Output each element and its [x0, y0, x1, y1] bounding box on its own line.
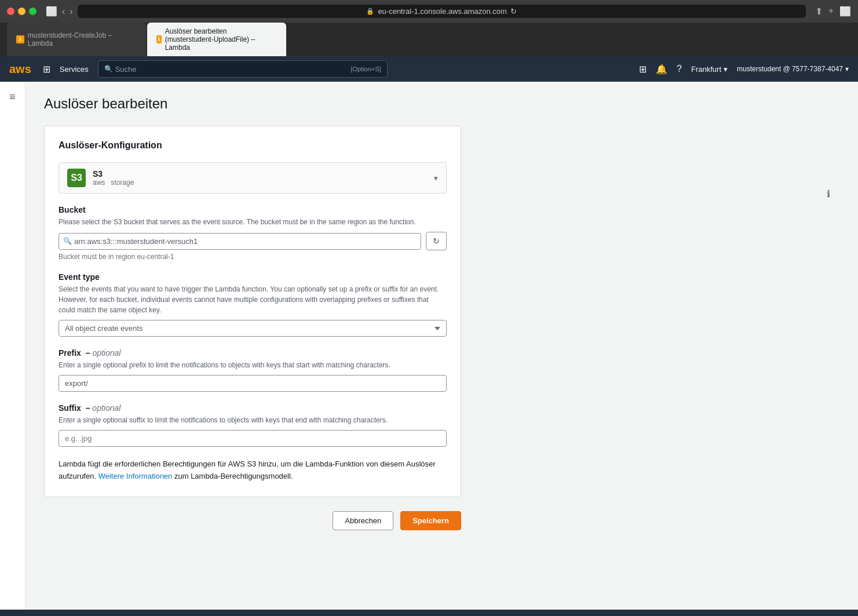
- tab-create-job[interactable]: λ musterstudent-CreateJob – Lambda: [7, 23, 146, 56]
- address-bar[interactable]: 🔒 eu-central-1.console.aws.amazon.com ↻: [78, 5, 806, 18]
- suffix-input[interactable]: [59, 430, 447, 447]
- aws-nav: aws ⊞ Services 🔍 [Option+S] ⊞ 🔔 ? Frankf…: [0, 56, 858, 82]
- share-icon[interactable]: ⬆: [815, 6, 823, 17]
- tab-favicon-1: λ: [16, 35, 24, 43]
- bucket-label: Bucket: [59, 205, 447, 214]
- tab-favicon-2: λ: [156, 35, 162, 43]
- config-card: Auslöser-Konfiguration S3 S3 aws storage…: [44, 126, 461, 497]
- search-input[interactable]: [115, 65, 351, 74]
- nav-region[interactable]: Frankfurt ▾: [691, 65, 728, 74]
- account-label: musterstudent @ 7577-7387-4047: [737, 65, 843, 73]
- new-tab-icon[interactable]: +: [828, 6, 834, 17]
- account-chevron-icon: ▾: [845, 65, 849, 73]
- save-button[interactable]: Speichern: [400, 511, 461, 530]
- prefix-label: Prefix – optional: [59, 348, 447, 358]
- suffix-optional: optional: [92, 403, 121, 413]
- prefix-optional: optional: [92, 348, 121, 358]
- info-text-suffix: zum Lambda-Berechtigungsmodell.: [174, 472, 293, 480]
- nav-services[interactable]: Services: [60, 65, 89, 74]
- browser-actions: ⬆ + ⬜: [815, 6, 851, 17]
- services-label: Services: [60, 65, 89, 74]
- prefix-input[interactable]: [59, 375, 447, 392]
- info-link[interactable]: Weitere Informationen: [98, 472, 173, 480]
- cancel-button[interactable]: Abbrechen: [333, 511, 393, 530]
- nav-search-bar[interactable]: 🔍 [Option+S]: [98, 60, 388, 78]
- maximize-button[interactable]: [29, 8, 36, 15]
- prefix-field-group: Prefix – optional Enter a single optiona…: [59, 348, 447, 392]
- event-type-label: Event type: [59, 272, 447, 282]
- service-tags: aws storage: [93, 178, 134, 187]
- region-label: Frankfurt: [691, 65, 721, 74]
- bucket-field-group: Bucket Please select the S3 bucket that …: [59, 205, 447, 261]
- aws-logo: aws: [9, 63, 31, 76]
- search-icon: 🔍: [104, 65, 113, 73]
- info-icon[interactable]: ℹ: [827, 188, 830, 199]
- bucket-hint: Bucket must be in region eu-central-1: [59, 253, 447, 261]
- prefix-desc: Enter a single optional prefix to limit …: [59, 360, 447, 370]
- url-text: eu-central-1.console.aws.amazon.com: [378, 7, 507, 16]
- terminal-icon[interactable]: ⊞: [639, 64, 647, 75]
- nav-right: ⊞ 🔔 ? Frankfurt ▾ musterstudent @ 7577-7…: [639, 64, 849, 75]
- browser-chrome: ⬜ ‹ › 🔒 eu-central-1.console.aws.amazon.…: [0, 0, 858, 23]
- grid-icon[interactable]: ⊞: [43, 64, 50, 75]
- tab-upload-file[interactable]: λ Auslöser bearbeiten (musterstudent-Upl…: [147, 23, 286, 56]
- service-name: S3: [93, 169, 134, 178]
- service-selector[interactable]: S3 S3 aws storage ▾: [59, 162, 447, 194]
- windows-icon[interactable]: ⬜: [839, 6, 851, 17]
- tab-label-1: musterstudent-CreateJob – Lambda: [28, 31, 137, 48]
- main-layout: ≡ Auslöser bearbeiten ℹ Auslöser-Konfigu…: [0, 82, 858, 610]
- traffic-lights: [7, 8, 36, 15]
- forward-button[interactable]: ›: [70, 6, 72, 17]
- sidebar-toggle-icon[interactable]: ⬜: [46, 6, 57, 17]
- s3-icon: S3: [67, 169, 86, 187]
- card-title: Auslöser-Konfiguration: [59, 140, 447, 151]
- region-chevron-icon: ▾: [724, 65, 728, 74]
- main-content: Auslöser bearbeiten ℹ Auslöser-Konfigura…: [25, 82, 858, 610]
- footer: Feedback Suchen Sie nach der Sprachauswa…: [0, 610, 858, 616]
- bucket-refresh-button[interactable]: ↻: [426, 232, 447, 250]
- event-type-desc: Select the events that you want to have …: [59, 284, 447, 315]
- service-chevron-icon: ▾: [434, 174, 438, 183]
- help-icon[interactable]: ?: [677, 64, 682, 74]
- bucket-input[interactable]: [59, 233, 421, 250]
- event-type-field-group: Event type Select the events that you wa…: [59, 272, 447, 337]
- close-button[interactable]: [7, 8, 14, 15]
- permissions-info: Lambda fügt die erforderlichen Berechtig…: [59, 458, 447, 483]
- nav-account[interactable]: musterstudent @ 7577-7387-4047 ▾: [737, 65, 849, 73]
- search-shortcut: [Option+S]: [350, 65, 381, 72]
- bucket-desc: Please select the S3 bucket that serves …: [59, 217, 447, 227]
- service-category: storage: [111, 178, 134, 187]
- s3-icon-label: S3: [71, 173, 82, 183]
- bucket-search-icon: 🔍: [63, 237, 72, 245]
- event-type-select[interactable]: All object create events PUT POST COPY M…: [59, 320, 447, 337]
- service-info: S3 aws storage: [93, 169, 134, 187]
- lock-icon: 🔒: [366, 8, 374, 15]
- minimize-button[interactable]: [18, 8, 25, 15]
- browser-tabs: λ musterstudent-CreateJob – Lambda λ Aus…: [0, 23, 858, 56]
- reload-icon[interactable]: ↻: [510, 7, 517, 16]
- action-buttons: Abbrechen Speichern: [44, 511, 461, 530]
- bell-icon[interactable]: 🔔: [656, 64, 667, 75]
- back-button[interactable]: ‹: [62, 6, 65, 17]
- page-title: Auslöser bearbeiten: [44, 96, 839, 112]
- suffix-label: Suffix – optional: [59, 403, 447, 413]
- tab-label-2: Auslöser bearbeiten (musterstudent-Uploa…: [165, 27, 277, 52]
- suffix-field-group: Suffix – optional Enter a single optiona…: [59, 403, 447, 447]
- content-wrapper: Auslöser bearbeiten ℹ Auslöser-Konfigura…: [44, 96, 839, 530]
- bucket-input-row: 🔍 ↻: [59, 232, 447, 250]
- suffix-desc: Enter a single optional suffix to limit …: [59, 415, 447, 425]
- sidebar-toggle[interactable]: ≡: [0, 82, 25, 610]
- service-provider: aws: [93, 178, 105, 187]
- browser-controls: ⬜ ‹ ›: [46, 6, 73, 17]
